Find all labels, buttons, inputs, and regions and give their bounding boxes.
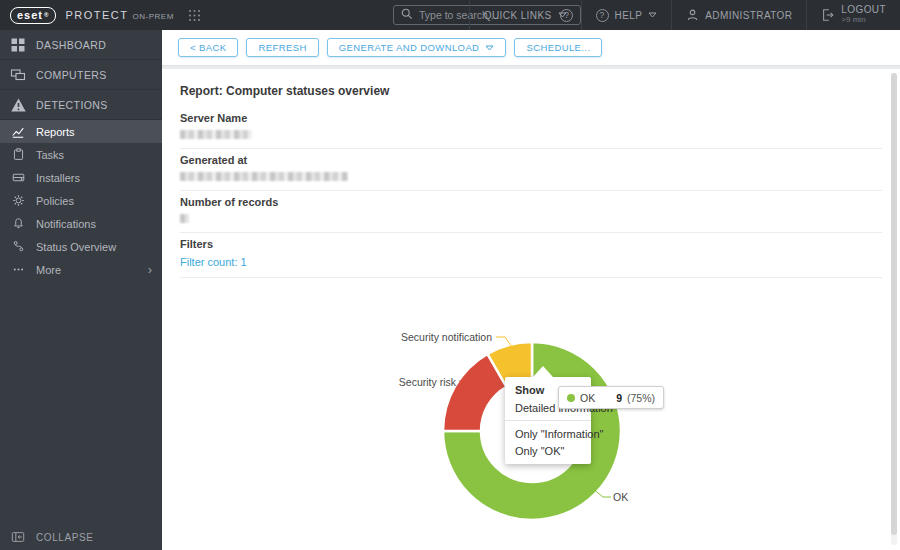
help-icon: ? (596, 9, 609, 22)
menu-item-only-information[interactable]: Only "Information" (505, 425, 591, 442)
schedule-button[interactable]: SCHEDULE... (514, 38, 602, 57)
generate-and-download-button[interactable]: GENERATE AND DOWNLOAD (327, 38, 507, 57)
chart-tooltip: OK 9 (75%) (558, 386, 664, 409)
tasks-icon (0, 148, 36, 161)
sidebar-item-notifications[interactable]: Notifications (0, 212, 162, 235)
search-icon (401, 6, 413, 24)
dashboard-icon (0, 37, 36, 53)
generated-at-value-redacted (180, 172, 348, 181)
sidebar-item-installers[interactable]: Installers (0, 166, 162, 189)
sidebar-item-computers[interactable]: COMPUTERS (0, 60, 162, 90)
help-menu[interactable]: ? HELP (582, 0, 672, 30)
sidebar-item-more[interactable]: More › (0, 258, 162, 281)
page-title: Report: Computer statuses overview (180, 69, 882, 107)
logout-button[interactable]: LOGOUT >9 min (807, 0, 900, 30)
context-menu-pointer (533, 366, 553, 377)
sidebar-item-policies[interactable]: Policies (0, 189, 162, 212)
menu-divider (505, 420, 591, 421)
app-grid-icon[interactable] (188, 9, 201, 22)
installers-icon (0, 171, 36, 184)
sidebar-item-status-overview[interactable]: Status Overview (0, 235, 162, 258)
slice-label-ok: OK (613, 491, 628, 503)
back-button[interactable]: < BACK (178, 38, 238, 57)
tooltip-swatch (567, 394, 575, 402)
tooltip-label: OK (580, 392, 595, 404)
sidebar-item-reports[interactable]: Reports (0, 120, 162, 143)
refresh-button[interactable]: REFRESH (246, 38, 318, 57)
field-number-of-records: Number of records (180, 191, 882, 233)
field-server-name: Server Name (180, 107, 882, 149)
quick-links-menu[interactable]: QUICK LINKS (470, 0, 581, 30)
slice-label-security-risk: Security risk (394, 376, 456, 388)
filter-count-link[interactable]: Filter count: 1 (180, 256, 882, 268)
user-menu[interactable]: ADMINISTRATOR (672, 0, 806, 30)
user-icon (686, 8, 699, 22)
sidebar-item-detections[interactable]: DETECTIONS (0, 90, 162, 120)
scrollbar-track[interactable] (891, 73, 897, 545)
computers-icon (0, 67, 36, 83)
slice-label-security-notification: Security notification (386, 331, 492, 343)
menu-item-only-ok[interactable]: Only "OK" (505, 442, 591, 459)
registered-mark: ® (44, 12, 49, 18)
gear-icon (0, 194, 36, 207)
sidebar-item-dashboard[interactable]: DASHBOARD (0, 30, 162, 60)
scrollbar-thumb[interactable] (891, 73, 897, 535)
bell-icon (0, 217, 36, 230)
status-overview-icon (0, 240, 36, 253)
more-ellipsis-icon (0, 263, 36, 276)
warning-triangle-icon (0, 97, 36, 113)
sidebar: DASHBOARD COMPUTERS DETECTIONS Reports (0, 30, 162, 550)
chevron-down-icon (485, 45, 494, 51)
collapse-icon (0, 530, 36, 544)
chevron-down-icon (558, 12, 567, 18)
number-of-records-value-redacted (180, 214, 189, 223)
server-name-value-redacted (180, 130, 252, 139)
field-filters: Filters Filter count: 1 (180, 233, 882, 278)
product-name: PROTECT (65, 9, 128, 21)
brand: eset® PROTECT ON-PREM (10, 7, 201, 24)
chevron-down-icon (648, 12, 657, 18)
session-timer: >9 min (841, 15, 886, 25)
report-toolbar: < BACK REFRESH GENERATE AND DOWNLOAD SCH… (162, 30, 900, 66)
sidebar-item-tasks[interactable]: Tasks (0, 143, 162, 166)
logout-icon (821, 8, 835, 22)
field-generated-at: Generated at (180, 149, 882, 191)
chevron-right-icon: › (148, 262, 162, 277)
eset-logo: eset® (10, 7, 56, 24)
collapse-button[interactable]: COLLAPSE (0, 524, 162, 550)
top-bar: eset® PROTECT ON-PREM ? QUICK LINKS ? (0, 0, 900, 30)
tooltip-value: 9 (616, 392, 622, 404)
reports-icon (0, 125, 36, 139)
tooltip-percent: (75%) (627, 392, 655, 404)
product-edition: ON-PREM (133, 12, 174, 21)
report-panel: Report: Computer statuses overview Serve… (162, 69, 900, 550)
